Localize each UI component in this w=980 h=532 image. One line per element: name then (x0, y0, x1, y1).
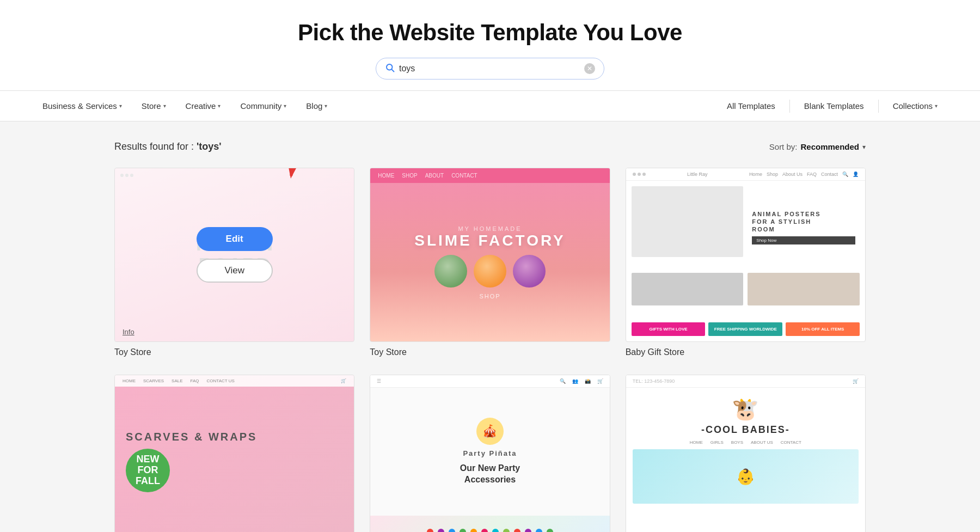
party-confetti (370, 516, 609, 532)
baby-product-image (632, 186, 744, 257)
main-nav: Business & Services ▾ Store ▾ Creative ▾… (0, 91, 980, 121)
nav-label-collections: Collections (893, 101, 933, 111)
nav-item-blog[interactable]: Blog ▾ (296, 91, 337, 121)
search-icon (385, 63, 395, 75)
nav-label-all-templates: All Templates (727, 101, 775, 111)
template-thumbnail-1: HOME SHOP ABOUT CONTACT MY HOMEMADE SLIM… (370, 168, 610, 342)
clear-search-button[interactable]: ✕ (584, 63, 595, 74)
nav-item-creative[interactable]: Creative ▾ (176, 91, 231, 121)
slime-main-title: SLIME FACTORY (414, 232, 566, 249)
confetti-dot (438, 529, 444, 532)
scarves-brand: SCARVES & WRAPS (126, 431, 257, 443)
coolbabies-brand: -COOL BABIES- (701, 424, 790, 436)
slime-balls (434, 255, 546, 288)
scarves-top-bar: HOME SCARVES SALE FAQ CONTACT US 🛒 (115, 375, 354, 387)
red-arrow (261, 168, 344, 201)
party-headline: Our New PartyAccessories (460, 463, 520, 486)
nav-item-community[interactable]: Community ▾ (230, 91, 296, 121)
nav-item-blank-templates[interactable]: Blank Templates (794, 91, 874, 121)
slime-top-bar: HOME SHOP ABOUT CONTACT (370, 168, 609, 183)
baby-cta-button[interactable]: Shop Now (752, 236, 855, 244)
baby-headline: ANIMAL POSTERSFOR A STYLISHROOM Shop Now (748, 186, 860, 268)
svg-line-1 (391, 69, 394, 71)
nav-item-store[interactable]: Store ▾ (132, 91, 176, 121)
page-header: Pick the Website Template You Love ✕ (0, 0, 980, 91)
confetti-dot (449, 529, 455, 532)
nav-label-business: Business & Services (42, 101, 117, 111)
slime-ball-purple (513, 255, 546, 288)
results-prefix: Results found for : (114, 141, 197, 152)
template-card[interactable]: HOME SCARVES SALE FAQ CONTACT US 🛒 SCARV… (114, 375, 354, 532)
nav-divider (878, 100, 879, 113)
info-link[interactable]: Info (122, 328, 134, 336)
chevron-down-icon: ▾ (284, 103, 286, 109)
confetti-dot (492, 529, 499, 532)
confetti-dot (503, 529, 510, 532)
sort-label: Sort by: (769, 142, 798, 151)
nav-item-business[interactable]: Business & Services ▾ (33, 91, 132, 121)
search-bar[interactable]: ✕ (376, 58, 604, 80)
confetti-dot (547, 529, 553, 532)
baby-headline-text: ANIMAL POSTERSFOR A STYLISHROOM (752, 210, 855, 234)
slime-hero: MY HOMEMADE SLIME FACTORY SHOP (403, 183, 577, 341)
template-name-1: Toy Store (370, 347, 610, 357)
confetti-dot (460, 529, 466, 532)
baby-top-bar: Little Ray Home Shop About Us FAQ Contac… (626, 168, 865, 181)
baby-content: ANIMAL POSTERSFOR A STYLISHROOM Shop Now (626, 181, 865, 322)
sort-chevron-icon: ▾ (862, 143, 866, 151)
party-hero: 🎪 Party Piñata Our New PartyAccessories (370, 388, 609, 516)
baby-top-right: Home Shop About Us FAQ Contact 🔍 👤 (749, 172, 859, 177)
nav-item-all-templates[interactable]: All Templates (717, 91, 785, 121)
edit-button[interactable]: Edit (197, 227, 273, 251)
view-button[interactable]: View (197, 259, 273, 283)
shop-label: SHOP (479, 293, 500, 299)
chevron-down-icon: ▾ (163, 103, 166, 109)
template-card[interactable]: ☰ 🔍 👥 📸 🛒 🎪 Party Piñata Our New PartyAc… (370, 375, 610, 532)
coolbabies-photo: 👶 (633, 449, 859, 504)
scarves-hero: SCARVES & WRAPS NEWFORFALL (115, 387, 354, 532)
nav-label-blank-templates: Blank Templates (804, 101, 864, 111)
nav-label-creative: Creative (186, 101, 216, 111)
baby-banner-discount: 10% OFF ALL ITEMS (786, 322, 860, 336)
dot (633, 173, 636, 176)
confetti-dot (536, 529, 542, 532)
sort-value: Recommended (800, 142, 859, 151)
results-query: 'toys' (197, 141, 222, 152)
dot (638, 173, 641, 176)
confetti-dot (427, 529, 433, 532)
confetti-dot (481, 529, 488, 532)
template-card[interactable]: HOP ONBOARD Edit View Info (114, 168, 354, 357)
slime-ball-orange (474, 255, 506, 288)
template-name-0: Toy Store (114, 347, 354, 357)
sort-control[interactable]: Sort by: Recommended ▾ (769, 142, 866, 151)
template-thumbnail-4: ☰ 🔍 👥 📸 🛒 🎪 Party Piñata Our New PartyAc… (370, 375, 610, 532)
chevron-down-icon: ▾ (324, 103, 327, 109)
nav-label-store: Store (142, 101, 161, 111)
baby-product-image-2 (632, 273, 744, 305)
baby-banners: GIFTS WITH LOVE FREE SHIPPING WORLDWIDE … (626, 322, 865, 341)
search-input[interactable] (399, 64, 580, 74)
template-card[interactable]: Little Ray Home Shop About Us FAQ Contac… (626, 168, 866, 357)
template-card[interactable]: TEL: 123-456-7890 🛒 🐮 -COOL BABIES- HOME… (626, 375, 866, 532)
results-text: Results found for : 'toys' (114, 141, 222, 152)
coolbabies-nav: HOME GIRLS BOYS ABOUT US CONTACT (690, 440, 801, 445)
nav-label-community: Community (240, 101, 281, 111)
page-title: Pick the Website Template You Love (11, 20, 969, 46)
party-brand-name: Party Piñata (463, 449, 517, 457)
baby-store-name: Little Ray (646, 172, 749, 177)
confetti-dot (514, 529, 520, 532)
template-thumbnail-0: HOP ONBOARD Edit View Info (114, 168, 354, 342)
new-badge: NEWFORFALL (126, 449, 170, 492)
scarves-overlay-text: SCARVES & WRAPS NEWFORFALL (115, 420, 268, 503)
nav-item-collections[interactable]: Collections ▾ (883, 91, 947, 121)
nav-divider (789, 100, 790, 113)
three-dots-menu (633, 173, 646, 176)
party-top-bar: ☰ 🔍 👥 📸 🛒 (370, 375, 609, 388)
nav-label-blog: Blog (306, 101, 322, 111)
chevron-down-icon: ▾ (218, 103, 220, 109)
template-card[interactable]: HOME SHOP ABOUT CONTACT MY HOMEMADE SLIM… (370, 168, 610, 357)
results-header: Results found for : 'toys' Sort by: Reco… (114, 141, 866, 152)
main-content: Results found for : 'toys' Sort by: Reco… (82, 121, 898, 532)
template-name-2: Baby Gift Store (626, 347, 866, 357)
coolbabies-mascot: 🐮 (732, 396, 759, 422)
